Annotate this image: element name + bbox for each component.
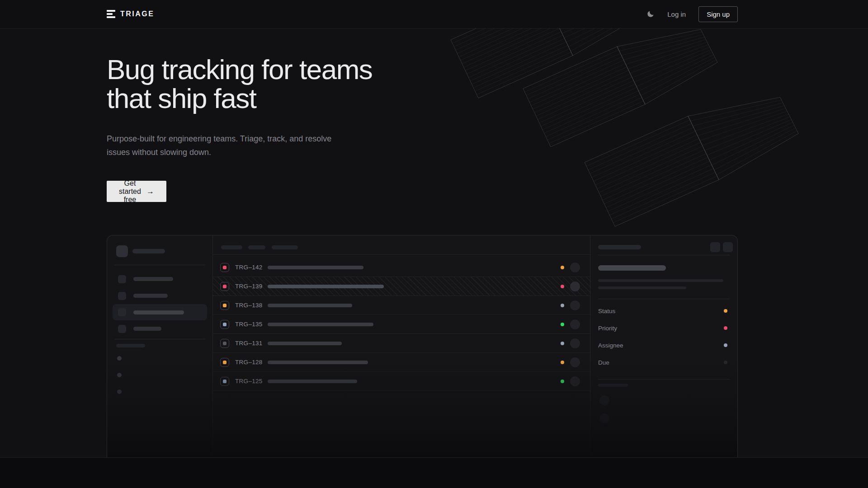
- issue-row: TRG–142: [213, 258, 591, 277]
- landing-page: TRIAGE Log in Sign up Bug tracking for t…: [0, 0, 868, 488]
- panel-action-placeholder: [723, 242, 733, 252]
- detail-text-placeholder: [598, 286, 686, 289]
- issue-row: TRG–135: [213, 315, 591, 334]
- assignee-avatar-placeholder: [570, 282, 580, 291]
- issue-type-icon: [220, 282, 229, 291]
- field-value-dot: [724, 309, 727, 313]
- issue-id: TRG–139: [235, 283, 263, 290]
- divider: [114, 265, 206, 265]
- mockup-sidebar: [107, 235, 213, 457]
- comment-avatar-placeholder: [599, 395, 609, 405]
- issue-id: TRG–131: [235, 340, 263, 347]
- moon-icon[interactable]: [646, 10, 655, 18]
- status-dot: [561, 266, 564, 269]
- workspace-name-placeholder: [132, 249, 165, 253]
- divider: [114, 339, 206, 339]
- issue-title-placeholder: [268, 304, 352, 307]
- issue-title-placeholder: [268, 380, 357, 383]
- issue-title-placeholder: [268, 361, 368, 364]
- issue-type-icon: [220, 301, 229, 310]
- field-value-dot: [724, 343, 727, 347]
- signup-button[interactable]: Sign up: [698, 6, 738, 22]
- issue-type-icon: [220, 339, 229, 348]
- detail-field-assignee: Assignee: [590, 337, 737, 354]
- status-dot: [561, 342, 564, 345]
- assignee-avatar-placeholder: [570, 319, 580, 329]
- hero-title: Bug tracking for teamsthat ship fast: [107, 55, 468, 113]
- sidebar-item: [107, 287, 212, 304]
- issue-type-icon: [220, 263, 229, 272]
- issue-id: TRG–125: [235, 378, 263, 385]
- issue-type-icon: [220, 320, 229, 329]
- status-dot: [561, 304, 564, 307]
- section-label-placeholder: [116, 344, 145, 347]
- detail-fields: StatusPriorityAssigneeDue: [590, 302, 737, 371]
- hero-subtitle: Purpose-built for engineering teams. Tri…: [107, 132, 333, 159]
- assignee-avatar-placeholder: [570, 300, 580, 310]
- mockup-detail-panel: StatusPriorityAssigneeDue: [590, 235, 737, 457]
- sidebar-dot: [117, 389, 122, 394]
- issue-id: TRG–138: [235, 302, 263, 309]
- sidebar-dot: [117, 356, 122, 361]
- assignee-avatar-placeholder: [570, 338, 580, 348]
- divider: [598, 379, 730, 380]
- footer-band: [0, 457, 868, 488]
- sidebar-nav: [107, 271, 212, 337]
- login-link[interactable]: Log in: [667, 10, 686, 18]
- issue-title-placeholder: [268, 323, 373, 326]
- field-value-dot: [724, 326, 727, 330]
- issue-row: TRG–131: [213, 334, 591, 353]
- issue-row: TRG–128: [213, 353, 591, 372]
- get-started-button[interactable]: Get started free →: [107, 181, 166, 202]
- divider: [598, 299, 730, 299]
- detail-section-placeholder: [598, 384, 628, 387]
- detail-title-placeholder: [598, 265, 666, 271]
- brand: TRIAGE: [107, 10, 154, 18]
- panel-action-placeholder: [710, 242, 720, 252]
- status-dot: [561, 285, 564, 288]
- assignee-avatar-placeholder: [570, 376, 580, 386]
- status-dot: [561, 361, 564, 364]
- detail-field-due: Due: [590, 354, 737, 371]
- sidebar-item: [107, 320, 212, 337]
- issue-id: TRG–142: [235, 264, 263, 271]
- field-value-dot: [724, 361, 727, 364]
- detail-header-placeholder: [598, 245, 641, 249]
- arrow-right-icon: →: [146, 187, 154, 196]
- filter-pill: [272, 245, 298, 249]
- mockup-issue-list: TRG–142TRG–139TRG–138TRG–135TRG–131TRG–1…: [213, 235, 591, 457]
- assignee-avatar-placeholder: [570, 263, 580, 272]
- triage-logo-icon: [107, 10, 115, 18]
- issue-row: TRG–138: [213, 296, 591, 315]
- sidebar-item: [107, 271, 212, 287]
- status-dot: [561, 380, 564, 383]
- issue-row: TRG–125: [213, 372, 591, 391]
- assignee-avatar-placeholder: [570, 357, 580, 367]
- issue-title-placeholder: [268, 285, 384, 288]
- issue-type-icon: [220, 377, 229, 386]
- comment-avatar-placeholder: [599, 413, 609, 423]
- workspace-logo-placeholder: [116, 245, 128, 257]
- wireframe-planes-decor: [0, 0, 868, 253]
- issue-title-placeholder: [268, 266, 363, 269]
- divider: [598, 255, 730, 255]
- issue-rows: TRG–142TRG–139TRG–138TRG–135TRG–131TRG–1…: [213, 258, 591, 391]
- filter-pill: [221, 245, 242, 249]
- brand-name: TRIAGE: [120, 10, 154, 18]
- sidebar-item-active: [113, 304, 207, 320]
- detail-field-status: Status: [590, 302, 737, 319]
- sidebar-dot: [117, 373, 122, 377]
- detail-text-placeholder: [598, 279, 723, 282]
- issue-row: TRG–139: [213, 277, 591, 296]
- navbar: TRIAGE Log in Sign up: [0, 0, 868, 28]
- issue-type-icon: [220, 358, 229, 367]
- nav-right: Log in Sign up: [646, 6, 738, 22]
- issue-list-header: [213, 235, 591, 255]
- app-mockup: TRG–142TRG–139TRG–138TRG–135TRG–131TRG–1…: [107, 235, 738, 457]
- status-dot: [561, 323, 564, 326]
- issue-id: TRG–135: [235, 321, 263, 328]
- cta-label: Get started free: [119, 179, 141, 204]
- detail-field-priority: Priority: [590, 319, 737, 337]
- issue-title-placeholder: [268, 342, 342, 345]
- filter-pill: [248, 245, 265, 249]
